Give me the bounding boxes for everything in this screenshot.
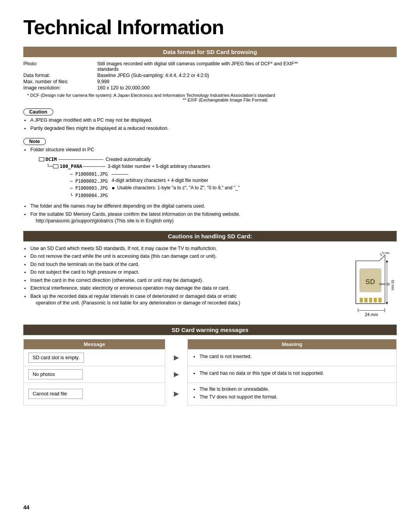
msg-box-1: SD card slot is empty. bbox=[28, 353, 84, 363]
usable-chars: Usable characters: 1-byte "a to z", "A t… bbox=[117, 185, 240, 190]
svg-rect-7 bbox=[364, 298, 368, 302]
section-data-format: Data format for SD Card browsing Photo: … bbox=[23, 47, 397, 225]
meaning-list-1: The card is not inserted. bbox=[192, 353, 392, 360]
section-warnings: SD Card warning messages Message Meaning… bbox=[23, 325, 397, 405]
caution-sd-4: Do not subject the card to high pressure… bbox=[23, 269, 338, 276]
warning-row-3: Cannot read file ► The file is broken or… bbox=[24, 383, 397, 405]
caution-label: Caution bbox=[23, 108, 53, 115]
caution-sd-3: Do not touch the terminals on the back o… bbox=[23, 261, 338, 268]
extra-bullets: The folder and file names may be differe… bbox=[23, 203, 397, 225]
warning-row-2: No photos ► The card has no data or this… bbox=[24, 366, 397, 383]
dcim-row: DCIM ———————————————— Created automatica… bbox=[39, 157, 397, 162]
dim-24mm: |——————| bbox=[357, 308, 385, 312]
warning-table: Message Meaning SD card slot is empty. ►… bbox=[23, 339, 397, 405]
data-format-label: Data format: bbox=[23, 73, 93, 78]
svg-rect-6 bbox=[360, 298, 363, 302]
pana-desc: 3-digit folder number + 5-digit arbitrar… bbox=[108, 164, 210, 169]
usable-chars-row: ● Usable characters: 1-byte "a to z", "A… bbox=[112, 185, 240, 191]
meaning-3-1: The file is broken or unreadable. bbox=[192, 386, 392, 393]
caution-item-1: A JPEG image modified with a PC may not … bbox=[23, 117, 397, 124]
max-files-value: 9,999 bbox=[97, 79, 397, 84]
caution-sd-1: Use an SD Card which meets SD standards.… bbox=[23, 245, 338, 252]
photo-value: Still images recorded with digital still… bbox=[97, 61, 397, 72]
dcim-label: DCIM bbox=[46, 157, 57, 162]
pana-row: └─ 100_PANA ———————— 3-digit folder numb… bbox=[47, 164, 397, 169]
svg-rect-8 bbox=[369, 298, 372, 302]
image-res-value: 160 x 120 to 20,000,000 bbox=[97, 85, 397, 91]
page-title: Technical Information bbox=[23, 16, 397, 39]
col-meaning: Meaning bbox=[187, 339, 396, 349]
svg-text:mm: mm bbox=[385, 252, 390, 254]
note-list: Folder structure viewed in PC bbox=[23, 147, 397, 154]
dcim-desc: Created automatically bbox=[106, 157, 151, 162]
meaning-list-3: The file is broken or unreadable. The TV… bbox=[192, 386, 392, 401]
meaning-list-2: The card has no data or this type of dat… bbox=[192, 370, 392, 377]
image-res-label: Image resolution: bbox=[23, 85, 93, 91]
files-desc-block: —————— 4-digit arbitrary characters + 4-… bbox=[112, 171, 240, 191]
cautions-list: Use an SD Card which meets SD standards.… bbox=[23, 245, 338, 307]
caution-item-2: Partly degraded files might be displayed… bbox=[23, 125, 397, 132]
section3-header: SD Card warning messages bbox=[23, 325, 397, 335]
caution-box: Caution A JPEG image modified with a PC … bbox=[23, 105, 397, 132]
folder-tree: DCIM ———————————————— Created automatica… bbox=[39, 157, 397, 199]
page-number: 44 bbox=[23, 504, 30, 510]
svg-text:32 mm: 32 mm bbox=[391, 280, 395, 290]
files-list: ─ P1000001.JPG ─ P1000002.JPG ─ P1000003… bbox=[70, 171, 108, 199]
note-label: Note bbox=[23, 138, 46, 145]
svg-text:SD: SD bbox=[365, 278, 375, 286]
meaning-3-2: The TV does not support the format. bbox=[192, 394, 392, 401]
cautions-text: Use an SD Card which meets SD standards.… bbox=[23, 245, 338, 317]
sd-card-svg: 2.1 mm SD 32 mm bbox=[348, 249, 395, 311]
max-files-label: Max. number of files: bbox=[23, 79, 93, 84]
section2-header: Cautions in handling SD Card: bbox=[23, 231, 397, 241]
section1-header: Data format for SD Card browsing bbox=[23, 47, 397, 57]
svg-marker-15 bbox=[386, 260, 388, 262]
arrow-icon-3: ► bbox=[172, 389, 181, 398]
msg-box-3: Cannot read file bbox=[28, 389, 83, 399]
caution-sd-7: Back up the recorded data at regular int… bbox=[23, 293, 338, 307]
caution-sd-5: Insert the card in the correct direction… bbox=[23, 277, 338, 284]
photo-label: Photo: bbox=[23, 61, 93, 72]
cautions-content: Use an SD Card which meets SD standards.… bbox=[23, 245, 397, 317]
caution-sd-2: Do not remove the card while the unit is… bbox=[23, 253, 338, 260]
files-block: ─ P1000001.JPG ─ P1000002.JPG ─ P1000003… bbox=[70, 171, 397, 199]
spec-table: Photo: Still images recorded with digita… bbox=[23, 61, 397, 91]
pana-label: 100_PANA bbox=[60, 164, 82, 169]
note-box: Note Folder structure viewed in PC bbox=[23, 135, 397, 154]
svg-marker-16 bbox=[386, 302, 388, 304]
footnote1: * DCF (Design rule for camera file syste… bbox=[23, 93, 397, 102]
arrow-icon-1: ► bbox=[172, 353, 181, 362]
svg-rect-9 bbox=[374, 298, 377, 302]
dim-24mm-label: 24 mm bbox=[365, 312, 378, 317]
col-message: Message bbox=[24, 339, 165, 349]
note-item-folder: Folder structure viewed in PC bbox=[23, 147, 397, 154]
meaning-2-1: The card has no data or this type of dat… bbox=[192, 370, 392, 377]
warning-row-1: SD card slot is empty. ► The card is not… bbox=[24, 349, 397, 366]
svg-text:32 mm: 32 mm bbox=[379, 282, 390, 286]
data-format-value: Baseline JPEG (Sub-sampling: 4:4:4, 4:2:… bbox=[97, 73, 397, 78]
msg-box-2: No photos bbox=[28, 369, 83, 379]
bullet-folder-names: The folder and file names may be differe… bbox=[23, 203, 397, 210]
arrow-icon-2: ► bbox=[172, 369, 181, 379]
caution-sd-6: Electrical interference, static electric… bbox=[23, 285, 338, 292]
files-desc: 4-digit arbitrary characters + 4-digit f… bbox=[112, 178, 240, 183]
sd-card-diagram: 2.1 mm SD 32 mm bbox=[346, 245, 397, 317]
section-cautions: Cautions in handling SD Card: Use an SD … bbox=[23, 231, 397, 317]
svg-rect-10 bbox=[378, 298, 382, 302]
meaning-1-1: The card is not inserted. bbox=[192, 353, 392, 360]
caution-list: A JPEG image modified with a PC may not … bbox=[23, 117, 397, 132]
bullet-website: For the suitable SD Memory Cards, please… bbox=[23, 211, 397, 225]
